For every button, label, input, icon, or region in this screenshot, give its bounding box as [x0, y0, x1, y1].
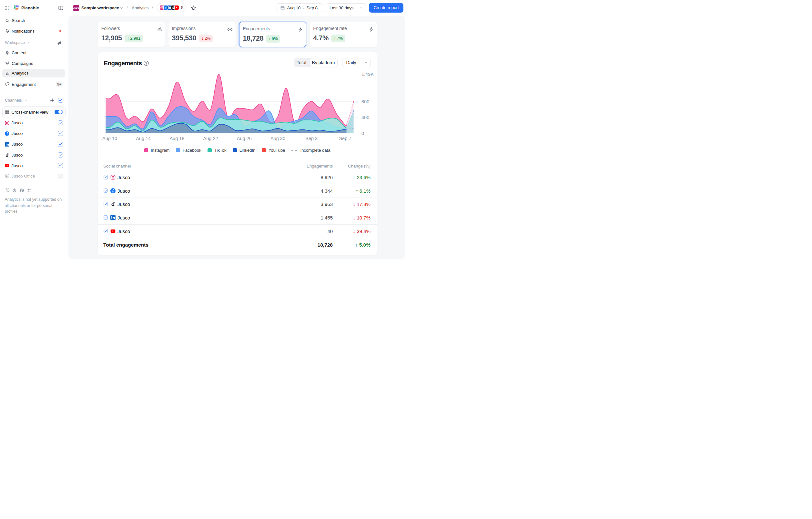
svg-text:400: 400 [361, 115, 369, 120]
svg-text:Aug 30: Aug 30 [270, 136, 285, 141]
svg-text:800: 800 [361, 99, 369, 104]
svg-text:Aug 14: Aug 14 [136, 136, 151, 141]
svg-text:1.49K: 1.49K [361, 71, 374, 77]
svg-text:Sep 7: Sep 7 [339, 136, 351, 141]
svg-text:0: 0 [361, 131, 364, 136]
svg-text:Aug 22: Aug 22 [203, 136, 218, 141]
svg-text:Sep 3: Sep 3 [305, 136, 318, 141]
svg-text:Aug 10: Aug 10 [102, 136, 117, 141]
svg-text:Aug 18: Aug 18 [169, 136, 184, 141]
svg-text:Aug 26: Aug 26 [237, 136, 252, 141]
